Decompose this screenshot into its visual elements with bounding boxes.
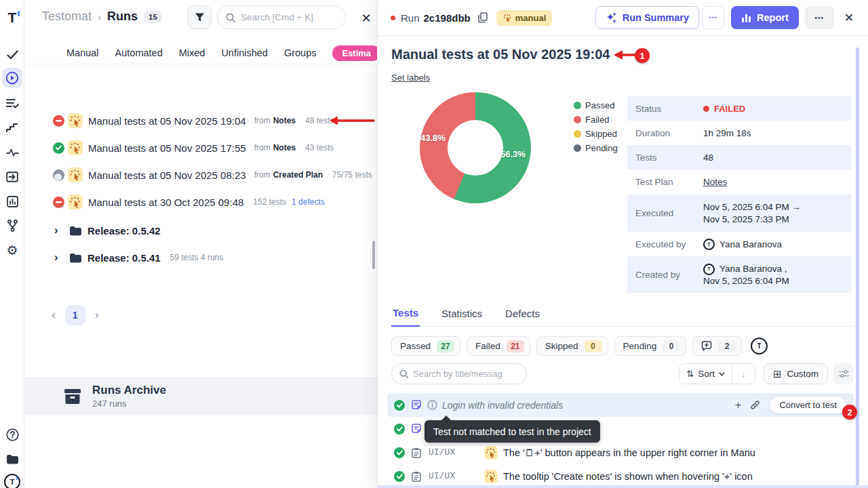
test-row-4[interactable]: UI/UX The tooltip 'Create notes' is show… [387, 464, 854, 488]
sidebar-item-projects[interactable] [2, 449, 22, 469]
global-search-input[interactable] [241, 12, 329, 22]
sidebar-item-help[interactable] [2, 424, 22, 445]
run-id: 2c198dbb [424, 12, 471, 24]
legend-item-failed: Failed [574, 113, 618, 127]
tab-manual[interactable]: Manual [66, 47, 99, 58]
left-panel-scrollbar[interactable] [372, 241, 375, 269]
info-label: Tests [627, 152, 703, 163]
failed-status-icon [53, 115, 64, 127]
test-plan-link[interactable]: Notes [703, 177, 727, 187]
convert-to-test-button[interactable]: Convert to test [769, 396, 847, 414]
folder-name: Release: 0.5.41 [87, 252, 161, 264]
sidebar-item-activity[interactable] [2, 142, 22, 163]
global-search[interactable] [217, 5, 346, 29]
run-row-3[interactable]: Manual tests at 05 Nov 2025 08:23 from C… [24, 161, 377, 188]
tab-statistics[interactable]: Statistics [440, 306, 484, 326]
run-row-2[interactable]: Manual tests at 05 Nov 2025 17:55 from N… [24, 134, 377, 161]
tab-estimate-badge[interactable]: Estima [332, 45, 377, 61]
run-defects-link[interactable]: 1 defects [292, 197, 325, 207]
assignee-avatar[interactable]: T [751, 338, 768, 354]
test-title: The '🗒+' button appears in the upper rig… [503, 447, 755, 458]
chip-failed[interactable]: Failed21 [467, 336, 530, 356]
run-summary-label: Run Summary [623, 12, 689, 23]
view-settings-button[interactable] [833, 363, 854, 384]
chip-count: 0 [585, 340, 602, 352]
chip-skipped[interactable]: Skipped0 [536, 336, 608, 356]
chip-count: 2 [718, 340, 736, 352]
sidebar-item-settings[interactable]: ⚙ [2, 240, 22, 260]
tab-groups[interactable]: Groups [284, 47, 317, 58]
test-row-1[interactable]: Login with invalid credentials + Convert… [387, 393, 854, 417]
sidebar-item-milestones[interactable] [2, 117, 22, 138]
runs-archive[interactable]: Runs Archive 247 runs [24, 377, 377, 415]
info-label: Executed by [627, 239, 703, 249]
sidebar-item-tests[interactable] [2, 45, 22, 65]
tab-mixed[interactable]: Mixed [179, 47, 205, 58]
passed-check-icon [394, 471, 405, 482]
donut-label-failed: 43.8% [420, 133, 446, 143]
report-button[interactable]: Report [731, 6, 799, 29]
link-icon [750, 400, 760, 410]
page-1-button[interactable]: 1 [65, 305, 85, 325]
run-row-4[interactable]: Manual tests at 30 Oct 2025 09:48 152 te… [24, 188, 377, 216]
tests-search-input[interactable] [413, 369, 515, 379]
tab-tests[interactable]: Tests [391, 306, 420, 327]
chip-passed[interactable]: Passed27 [391, 336, 460, 356]
detail-scrollbar[interactable] [856, 47, 859, 488]
panel-close-button[interactable]: ✕ [354, 8, 377, 28]
custom-columns-button[interactable]: ⊞ Custom [764, 363, 828, 384]
donut-chart: 56.3% 43.8% [420, 92, 531, 203]
chip-comments[interactable]: 2 [692, 336, 742, 356]
copy-run-id-button[interactable] [478, 12, 488, 23]
tab-defects[interactable]: Defects [504, 306, 541, 326]
app-logo[interactable]: T [2, 7, 22, 27]
prev-page-button[interactable]: ‹ [52, 308, 56, 322]
filter-button[interactable] [187, 5, 212, 29]
add-button[interactable]: + [735, 399, 742, 411]
summary-more-button[interactable]: ••• [702, 6, 724, 29]
bar-chart-icon [7, 196, 18, 207]
sort-direction-button[interactable]: ↓ [732, 364, 755, 384]
user-avatar[interactable]: T [2, 472, 22, 488]
avatar-t-icon: T [4, 474, 20, 488]
failed-status-icon [53, 197, 64, 208]
sidebar-item-runs[interactable] [2, 68, 22, 88]
sort-control: ⇅ Sort ↓ [679, 363, 755, 384]
grid-icon: ⊞ [773, 369, 782, 379]
run-summary-button[interactable]: Run Summary [595, 6, 699, 29]
more-actions-button[interactable]: ••• [805, 6, 834, 29]
sliders-icon [839, 369, 849, 378]
note-icon [411, 424, 422, 434]
chip-pending[interactable]: Pending0 [614, 336, 687, 356]
close-icon: ✕ [361, 12, 371, 25]
executed-to: Nov 5, 2025 7:33 PM [703, 214, 789, 224]
set-labels-link[interactable]: Set labels [391, 73, 430, 83]
sidebar-item-import[interactable] [2, 167, 22, 187]
annotation-badge-1: 1 [635, 48, 650, 63]
sidebar-item-plans[interactable] [2, 93, 22, 113]
ellipsis-icon: ••• [814, 14, 824, 22]
tab-automated[interactable]: Automated [115, 47, 163, 58]
sort-button[interactable]: ⇅ Sort [679, 364, 732, 384]
tab-unfinished[interactable]: Unfinished [221, 47, 268, 58]
info-row-status: Status FAILED [627, 96, 851, 121]
run-type-badge: manual [496, 10, 553, 26]
detail-close-button[interactable]: ✕ [844, 11, 854, 25]
sidebar-item-analytics[interactable] [2, 191, 22, 211]
link-button[interactable] [750, 400, 760, 410]
folder-row-1[interactable]: › Release: 0.5.42 [24, 217, 377, 244]
run-from-label: from [254, 143, 271, 152]
folder-row-2[interactable]: › Release: 0.5.41 59 tests 4 runs [24, 244, 377, 271]
pulse-icon [6, 148, 19, 157]
breadcrumb-app[interactable]: Testomat [42, 9, 92, 24]
run-row-1[interactable]: Manual tests at 05 Nov 2025 19:04 from N… [24, 107, 377, 134]
breadcrumb-section[interactable]: Runs [107, 9, 138, 24]
next-page-button[interactable]: › [95, 308, 99, 322]
info-row-created-by: Created by TYana Baranova , Nov 5, 2025 … [627, 256, 851, 293]
report-label: Report [757, 12, 789, 23]
sidebar-item-branches[interactable] [2, 216, 22, 236]
bottom-scroll-track[interactable] [378, 485, 868, 488]
tests-search[interactable] [391, 363, 527, 384]
manual-run-icon [502, 13, 512, 22]
test-row-3[interactable]: UI/UX The '🗒+' button appears in the upp… [387, 441, 854, 464]
